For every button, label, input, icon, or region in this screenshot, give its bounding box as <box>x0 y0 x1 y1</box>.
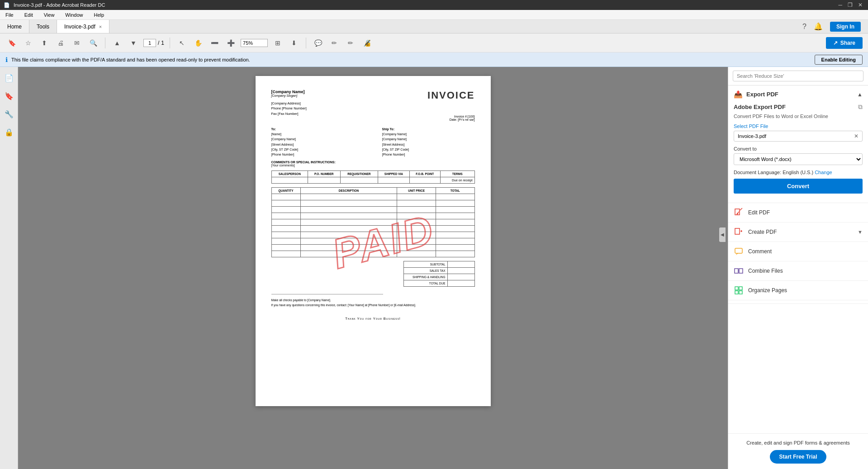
shipped-val <box>378 177 410 184</box>
req-val <box>340 177 378 184</box>
bookmark-icon[interactable]: 🔖 <box>5 37 18 49</box>
convert-button[interactable]: Convert <box>734 179 863 194</box>
title-bar-controls[interactable]: ─ ❐ ✕ <box>836 2 864 8</box>
salestax-val <box>447 268 474 274</box>
invoice-title: INVOICE <box>427 90 474 101</box>
create-pdf-tool[interactable]: Create PDF ▼ <box>728 223 868 242</box>
po-val <box>308 177 340 184</box>
convert-to-label: Convert to <box>734 146 863 152</box>
to-name: [Name] <box>271 132 364 137</box>
app-icon: 📄 <box>4 2 10 8</box>
title-bar: 📄 Invoice-3.pdf - Adobe Acrobat Reader D… <box>0 0 868 10</box>
next-page-icon[interactable]: ▼ <box>127 37 140 49</box>
title-bar-left: 📄 Invoice-3.pdf - Adobe Acrobat Reader D… <box>4 2 105 8</box>
organize-pages-tool[interactable]: Organize Pages <box>728 281 868 300</box>
combine-files-tool[interactable]: Combine Files <box>728 261 868 281</box>
prev-page-icon[interactable]: ▲ <box>111 37 123 49</box>
close-button[interactable]: ✕ <box>856 2 864 8</box>
markup-icon[interactable]: ✏ <box>344 37 357 49</box>
tab-close-button[interactable]: × <box>99 24 102 29</box>
ship-to-phone: [Phone Number] <box>382 152 475 157</box>
tools-search-input[interactable] <box>733 71 863 81</box>
menu-file[interactable]: File <box>4 11 15 19</box>
svg-rect-5 <box>735 248 742 253</box>
print-icon[interactable]: 🖨 <box>54 37 67 49</box>
invoice-header: [Company Name] [Company Slogan] [Company… <box>271 90 475 121</box>
tab-current-file[interactable]: Invoice-3.pdf × <box>57 20 109 33</box>
thank-you: Thank You for Your Business! <box>271 317 475 321</box>
company-phone: Phone [Phone Number] <box>271 106 307 111</box>
email-icon[interactable]: ✉ <box>71 37 83 49</box>
footer-line <box>271 294 384 294</box>
pdf-file-close-icon[interactable]: ✕ <box>854 133 859 139</box>
comment-toolbar-icon[interactable]: 💬 <box>312 37 324 49</box>
ship-to-street: [Street Address] <box>382 142 475 147</box>
share-button[interactable]: ↗ Share <box>826 37 863 49</box>
order-table: Salesperson P.O. Number Requisitioner Sh… <box>271 171 475 184</box>
zoom-in-icon[interactable]: ➕ <box>224 37 237 49</box>
toolbar-separator-3 <box>306 38 306 48</box>
menu-help[interactable]: Help <box>92 11 106 19</box>
totals-table: Subtotal Sales Tax Shipping & Handling <box>403 261 475 287</box>
upload-icon[interactable]: ⬆ <box>38 37 51 49</box>
tab-home[interactable]: Home <box>0 20 29 33</box>
svg-rect-8 <box>739 269 743 273</box>
item-row-6 <box>271 226 474 232</box>
col-total: Total <box>436 188 474 194</box>
scroll-mode-icon[interactable]: ⬇ <box>288 37 300 49</box>
svg-line-1 <box>740 208 742 210</box>
tab-bar: Home Tools Invoice-3.pdf × ? 🔔 Sign In <box>0 20 868 33</box>
edit-pdf-tool-icon <box>734 208 744 218</box>
pdf-page: [Company Name] [Company Slogan] [Company… <box>256 76 491 406</box>
shipping-val <box>447 274 474 280</box>
svg-rect-7 <box>735 269 738 273</box>
info-icon: ℹ <box>5 56 8 63</box>
panel-spacer <box>728 300 868 304</box>
adobe-export-title: Adobe Export PDF <box>734 104 786 110</box>
invoice-num: Invoice #:[100] <box>427 115 474 118</box>
convert-to-select[interactable]: Microsoft Word (*.docx) Microsoft Excel … <box>734 153 863 165</box>
maximize-button[interactable]: ❐ <box>846 2 854 8</box>
tab-tools[interactable]: Tools <box>29 20 57 33</box>
hand-icon[interactable]: ✋ <box>192 37 204 49</box>
title-bar-text: Invoice-3.pdf - Adobe Acrobat Reader DC <box>14 2 105 8</box>
comment-tool[interactable]: Comment <box>728 242 868 261</box>
total-pages: 1 <box>161 40 164 46</box>
enable-editing-button[interactable]: Enable Editing <box>815 55 863 65</box>
fit-page-icon[interactable]: ⊞ <box>271 37 284 49</box>
start-free-trial-button[interactable]: Start Free Trial <box>770 450 826 464</box>
help-icon[interactable]: ? <box>802 23 806 31</box>
export-pdf-icon: 📤 <box>734 90 743 99</box>
collapse-panel-arrow[interactable]: ◀ <box>719 227 726 242</box>
bell-icon[interactable]: 🔔 <box>814 22 823 31</box>
menu-window[interactable]: Window <box>63 11 85 19</box>
menu-view[interactable]: View <box>42 11 57 19</box>
stamp-icon[interactable]: 🔏 <box>360 37 373 49</box>
zoom-out-icon[interactable]: ➖ <box>208 37 221 49</box>
pen-icon[interactable]: ✏ <box>328 37 341 49</box>
sidebar-pages-icon[interactable]: 📄 <box>2 71 16 85</box>
right-panel: 📤 Export PDF ▲ Adobe Export PDF ⧉ Conver… <box>728 67 868 469</box>
sidebar-bookmarks-icon[interactable]: 🔖 <box>2 89 16 103</box>
change-language-link[interactable]: Change <box>815 170 832 175</box>
svg-rect-10 <box>735 287 738 290</box>
sign-in-button[interactable]: Sign In <box>830 22 861 32</box>
sidebar-tools-icon[interactable]: 🔧 <box>2 107 16 121</box>
edit-pdf-tool[interactable]: Edit PDF <box>728 203 868 223</box>
share-icon: ↗ <box>833 40 838 46</box>
items-table: Quantity Description Unit Price Total <box>271 187 475 257</box>
item-row-2 <box>271 200 474 207</box>
export-pdf-description: Convert PDF Files to Word or Excel Onlin… <box>734 114 863 119</box>
toolbar: 🔖 ☆ ⬆ 🖨 ✉ 🔍 ▲ ▼ / 1 ↖ ✋ ➖ ➕ ⊞ ⬇ 💬 ✏ ✏ 🔏 … <box>0 33 868 52</box>
page-number-input[interactable] <box>143 39 156 47</box>
minimize-button[interactable]: ─ <box>836 2 844 8</box>
sidebar-protect-icon[interactable]: 🔒 <box>2 125 16 139</box>
to-phone: [Phone Number] <box>271 152 364 157</box>
zoom-input[interactable] <box>241 39 268 47</box>
company-slogan: [Company Slogan] <box>271 94 307 97</box>
export-pdf-header-bar[interactable]: 📤 Export PDF ▲ <box>728 85 868 103</box>
star-icon[interactable]: ☆ <box>22 37 34 49</box>
search-icon[interactable]: 🔍 <box>87 37 100 49</box>
cursor-icon[interactable]: ↖ <box>175 37 188 49</box>
menu-edit[interactable]: Edit <box>23 11 35 19</box>
